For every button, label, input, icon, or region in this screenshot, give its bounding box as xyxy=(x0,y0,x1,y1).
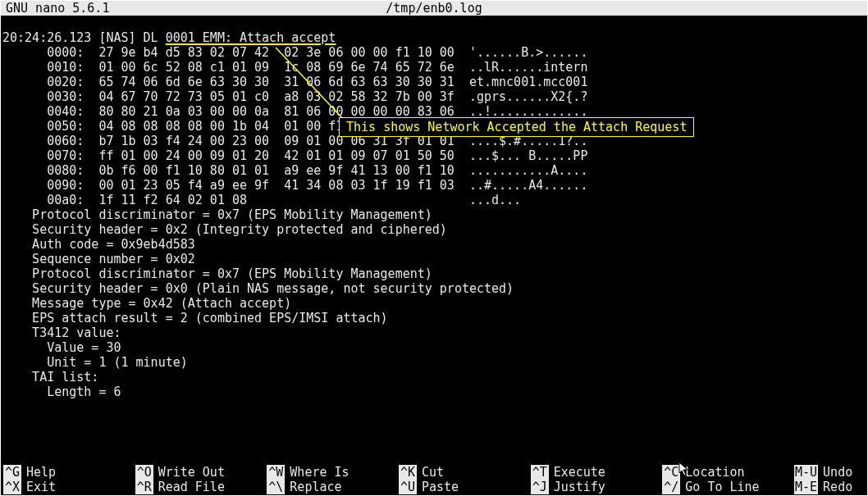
key-label: M-E xyxy=(794,480,818,494)
shortcut-undo[interactable]: M-UUndo xyxy=(793,465,866,480)
shortcut-cut[interactable]: ^KCut xyxy=(397,465,529,480)
shortcut-justify[interactable]: ^JJustify xyxy=(529,480,661,494)
shortcut-label: Location xyxy=(685,465,744,480)
field-line: T3412 value: xyxy=(2,325,121,340)
shortcut-writeout[interactable]: ^OWrite Out xyxy=(134,465,266,480)
field-line: Message type = 0x42 (Attach accept) xyxy=(2,296,291,311)
hex-line: 0090: 00 01 23 05 f4 a9 ee 9f 41 34 08 0… xyxy=(2,178,587,193)
title-bar: GNU nano 5.6.1 /tmp/enb0.log xyxy=(1,1,867,16)
shortcut-label: Execute xyxy=(554,465,605,480)
shortcut-execute[interactable]: ^TExecute xyxy=(529,465,661,480)
key-label: ^J xyxy=(531,480,549,494)
shortcut-exit[interactable]: ^XExit xyxy=(2,480,134,494)
shortcut-gotoline[interactable]: ^/Go To Line xyxy=(660,480,793,494)
field-line: Security header = 0x0 (Plain NAS message… xyxy=(2,281,514,296)
field-line: Value = 30 xyxy=(2,340,121,355)
key-label: ^G xyxy=(3,465,21,480)
log-header-underlined: 0001 EMM: Attach accept xyxy=(166,30,336,45)
field-line: Auth code = 0x9eb4d583 xyxy=(2,237,195,252)
key-label: ^U xyxy=(399,480,417,494)
shortcut-paste[interactable]: ^UPaste xyxy=(397,480,529,494)
key-label: ^O xyxy=(135,465,153,480)
shortcut-label: Justify xyxy=(554,480,605,494)
app-name: GNU nano 5.6.1 xyxy=(6,1,109,16)
shortcut-label: Redo xyxy=(823,480,852,494)
field-line: Protocol discriminator = 0x7 (EPS Mobili… xyxy=(2,266,432,281)
hex-line: 00a0: 1f 11 f2 64 02 01 08 ...d... xyxy=(2,193,521,207)
editor-content[interactable]: 20:24:26.123 [NAS] DL 0001 EMM: Attach a… xyxy=(1,16,867,399)
file-path: /tmp/enb0.log xyxy=(1,1,867,16)
key-label: ^\ xyxy=(267,480,285,494)
key-label: ^T xyxy=(531,465,549,480)
shortcut-label: Go To Line xyxy=(685,480,759,494)
field-line: Sequence number = 0x02 xyxy=(2,252,195,266)
shortcut-whereis[interactable]: ^WWhere Is xyxy=(265,465,397,480)
shortcut-label: Undo xyxy=(823,465,852,480)
hex-line: 0030: 04 67 70 72 73 05 01 c0 a8 03 02 5… xyxy=(2,89,587,104)
shortcut-help[interactable]: ^GHelp xyxy=(2,465,134,480)
field-line: Security header = 0x2 (Integrity protect… xyxy=(2,222,447,237)
shortcut-label: Cut xyxy=(422,465,444,480)
shortcut-location[interactable]: ^CLocation xyxy=(660,465,793,480)
shortcut-readfile[interactable]: ^RRead File xyxy=(134,480,266,494)
shortcut-label: Help xyxy=(26,465,56,480)
annotation-callout: This shows Network Accepted the Attach R… xyxy=(339,117,694,137)
field-line: TAI list: xyxy=(2,370,98,385)
key-label: ^/ xyxy=(662,480,680,494)
shortcut-label: Where Is xyxy=(290,465,349,480)
shortcut-bar: ^GHelp ^OWrite Out ^WWhere Is ^KCut ^TEx… xyxy=(2,465,866,494)
field-line: Protocol discriminator = 0x7 (EPS Mobili… xyxy=(2,207,432,222)
hex-line: 0020: 65 74 06 6d 6e 63 30 30 31 06 6d 6… xyxy=(2,75,587,89)
shortcut-label: Read File xyxy=(158,480,225,494)
shortcut-label: Replace xyxy=(290,480,341,494)
shortcut-label: Write Out xyxy=(158,465,225,480)
shortcut-label: Paste xyxy=(422,480,459,494)
key-label: ^C xyxy=(662,465,680,480)
key-label: ^R xyxy=(135,480,153,494)
hex-line: 0080: 0b f6 00 f1 10 80 01 01 a9 ee 9f 4… xyxy=(2,163,587,178)
log-timestamp: 20:24:26.123 [NAS] DL xyxy=(2,30,166,45)
shortcut-replace[interactable]: ^\Replace xyxy=(265,480,397,494)
hex-line: 0010: 01 00 6c 52 08 c1 01 09 1c 08 69 6… xyxy=(2,60,587,75)
shortcut-label: Exit xyxy=(26,480,56,494)
key-label: ^K xyxy=(399,465,417,480)
field-line: Length = 6 xyxy=(2,385,121,399)
field-line: EPS attach result = 2 (combined EPS/IMSI… xyxy=(2,311,388,325)
hex-line: 0070: ff 01 00 24 00 09 01 20 42 01 01 0… xyxy=(2,148,587,163)
key-label: M-U xyxy=(794,465,818,480)
field-line: Unit = 1 (1 minute) xyxy=(2,355,188,370)
shortcut-redo[interactable]: M-ERedo xyxy=(793,480,866,494)
key-label: ^W xyxy=(267,465,285,480)
hex-line: 0000: 27 9e b4 d5 83 02 07 42 02 3e 06 0… xyxy=(2,45,587,60)
key-label: ^X xyxy=(3,480,21,494)
